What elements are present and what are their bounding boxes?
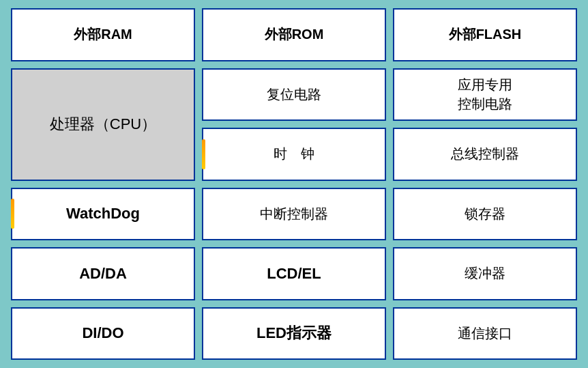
cell-zhong-duan-kong-zhi-qi: 中断控制器 [202,188,386,241]
cell-wai-bu-ram: 外部RAM [11,8,195,61]
cell-led: LED指示器 [202,307,386,360]
cell-cpu: 处理器（CPU） [11,68,195,181]
cell-adda: AD/DA [11,247,195,300]
cell-lcd: LCD/EL [202,247,386,300]
cell-tong-xin-jie-kou: 通信接口 [393,307,577,360]
cell-shi-zhong: 时 钟 [202,128,386,181]
cell-ying-yong-zhuan-yong: 应用专用 控制电路 [393,68,577,122]
cell-huan-chong-qi: 缓冲器 [393,247,577,300]
cell-wai-bu-flash: 外部FLASH [393,8,577,61]
cell-suo-cun-qi: 锁存器 [393,188,577,241]
cell-wai-bu-rom: 外部ROM [202,8,386,61]
cell-zong-xian-kong-zhi-qi: 总线控制器 [393,128,577,181]
cell-watchdog: WatchDog [11,188,195,241]
main-grid: 外部RAM 外部ROM 外部FLASH 复位电路 处理器（CPU） 应用专用 控… [0,0,588,368]
cell-fu-wei-dian-lu: 复位电路 [202,68,386,122]
cell-dido: DI/DO [11,307,195,360]
